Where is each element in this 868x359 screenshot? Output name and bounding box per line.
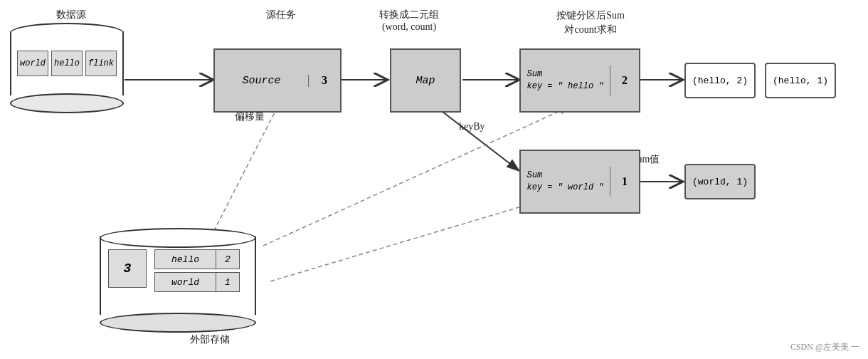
storage-row1: hello 2 <box>154 249 240 269</box>
svg-line-8 <box>206 107 277 246</box>
sum-hello-value: 2 <box>610 74 639 87</box>
keyby-label: keyBy <box>459 121 485 132</box>
storage-offset: 3 <box>108 249 147 288</box>
cylinder-item-world: world <box>17 51 48 76</box>
storage-top <box>100 228 256 248</box>
sum-world-key: Sum key = " world " <box>521 167 610 197</box>
sum-world-value: 1 <box>610 175 639 188</box>
transform-sub-label: (word, count) <box>356 21 462 33</box>
sum-hello-key: Sum key = " hello " <box>521 66 610 95</box>
map-label: Map <box>416 75 435 87</box>
source-label: Source <box>215 75 309 87</box>
source-number: 3 <box>309 74 340 87</box>
storage-row1-key: hello <box>154 249 216 269</box>
cylinder-body: world hello flink <box>10 31 124 95</box>
offset-label: 偏移量 <box>235 110 265 123</box>
storage-row2: world 1 <box>154 272 240 292</box>
map-component: Map <box>390 48 461 113</box>
transform-label: 转换成二元组 <box>356 9 462 21</box>
cylinder-item-hello: hello <box>51 51 83 76</box>
watermark: CSDN @左美美 一 <box>790 341 859 353</box>
sum-hello-component: Sum key = " hello " 2 <box>519 48 640 113</box>
storage-kv: hello 2 world 1 <box>154 249 240 292</box>
storage-row1-val: 2 <box>216 249 240 269</box>
source-task-label: 源任务 <box>217 9 345 21</box>
diagram-container: 数据源 world hello flink 源任务 Source 3 偏移量 转… <box>0 0 868 359</box>
result-hello-2: (hello, 2) <box>684 63 756 98</box>
cylinder-item-flink: flink <box>85 51 117 76</box>
result-hello-1: (hello, 1) <box>765 63 836 98</box>
sum-world-component: Sum key = " world " 1 <box>519 150 640 214</box>
source-component: Source 3 <box>213 48 342 113</box>
storage-row2-key: world <box>154 272 216 292</box>
cylinder-bottom <box>10 93 124 113</box>
result-world-1: (world, 1) <box>684 164 756 199</box>
storage-body: 3 hello 2 world 1 <box>100 236 256 315</box>
storage-label: 外部存储 <box>139 333 281 346</box>
storage-row2-val: 1 <box>216 272 240 292</box>
datasource-label: 数据源 <box>21 9 121 21</box>
keyby-sum-label: 按键分区后Sum 对count求和 <box>519 9 662 36</box>
storage-bottom <box>100 313 256 333</box>
